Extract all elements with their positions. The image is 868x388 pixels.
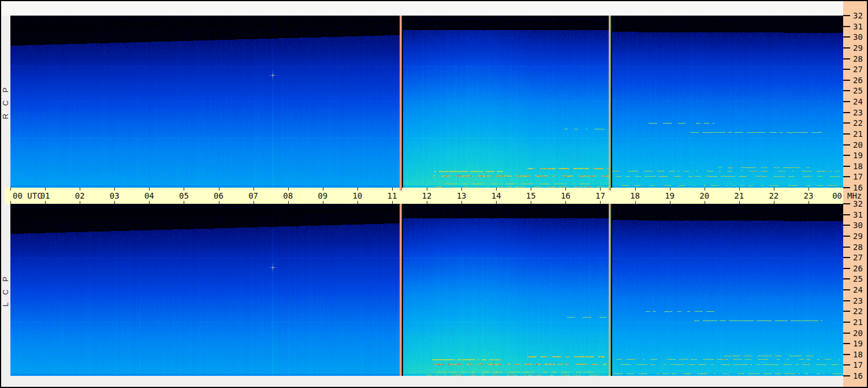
freq-tick	[843, 375, 850, 376]
freq-tick	[843, 166, 850, 167]
freq-tick	[843, 278, 850, 279]
freq-tick	[843, 155, 850, 156]
time-label: 06	[207, 191, 230, 200]
freq-tick	[843, 15, 850, 16]
freq-tick	[843, 112, 850, 113]
freq-tick	[843, 26, 850, 27]
freq-tick	[843, 69, 850, 70]
freq-label: 28	[853, 54, 863, 64]
freq-label: 22	[853, 307, 863, 316]
freq-tick	[843, 80, 850, 81]
time-tick	[461, 188, 462, 191]
time-tick	[254, 188, 254, 191]
time-label: 14	[485, 191, 508, 200]
lcp-label-text: L C P	[2, 273, 10, 306]
freq-label: 26	[853, 76, 863, 85]
freq-tick	[843, 354, 850, 355]
spectrogram-lcp	[10, 204, 843, 376]
freq-label: 20	[853, 329, 863, 338]
freq-label: 30	[853, 221, 863, 230]
time-tick	[531, 188, 531, 191]
freq-label: 21	[853, 129, 863, 139]
time-label: 02	[68, 191, 91, 200]
freq-tick	[843, 187, 850, 188]
freq-tick	[843, 176, 850, 177]
freq-label: 18	[853, 162, 863, 171]
time-label: 17	[588, 191, 612, 200]
time-tick	[323, 188, 323, 191]
freq-tick	[843, 214, 850, 215]
freq-tick	[843, 122, 850, 124]
freq-label: 25	[853, 86, 863, 95]
time-tick	[670, 188, 670, 191]
freq-tick	[843, 101, 850, 102]
time-label: 10	[346, 191, 369, 200]
freq-tick	[843, 203, 850, 204]
time-tick	[184, 188, 184, 191]
freq-label: 22	[853, 118, 863, 128]
freq-label: 27	[853, 65, 863, 74]
freq-label: 29	[853, 43, 863, 53]
time-tick	[80, 188, 80, 191]
freq-label: 26	[853, 264, 863, 273]
time-tick	[427, 188, 427, 191]
freq-tick	[843, 322, 850, 323]
freq-tick	[843, 47, 850, 48]
time-tick	[774, 188, 774, 191]
freq-label: 27	[853, 253, 863, 262]
freq-label: 30	[853, 32, 863, 42]
time-tick	[496, 188, 497, 191]
freq-label: 18	[853, 350, 863, 359]
freq-tick	[843, 58, 850, 59]
freq-label: 29	[853, 232, 863, 241]
freq-tick	[843, 133, 850, 135]
time-tick	[10, 188, 11, 191]
freq-label: 24	[853, 97, 863, 106]
time-label: 12	[415, 191, 438, 200]
time-tick	[809, 188, 809, 191]
freq-label: 31	[853, 22, 863, 31]
freq-tick	[843, 268, 850, 269]
time-label: 19	[658, 191, 681, 200]
freq-label: 19	[853, 151, 863, 160]
freq-label: 17	[853, 360, 863, 370]
freq-tick	[843, 311, 850, 312]
freq-tick	[843, 333, 850, 334]
freq-label: 23	[853, 296, 863, 305]
time-tick	[392, 188, 393, 191]
freq-label: 19	[853, 339, 863, 348]
time-label: 09	[311, 191, 334, 200]
time-label: 23	[797, 191, 820, 200]
time-label: 20	[693, 191, 716, 200]
spectrogram-rcp	[10, 16, 843, 188]
freq-label: 17	[853, 172, 863, 181]
time-tick	[288, 188, 289, 191]
freq-label: 31	[853, 210, 863, 219]
marker-notch-edge	[401, 188, 402, 191]
time-tick	[45, 188, 46, 191]
time-label: 07	[242, 191, 265, 200]
time-label: 00	[825, 191, 842, 200]
time-tick	[739, 188, 740, 191]
freq-tick	[843, 144, 850, 146]
time-label: 13	[450, 191, 473, 200]
title-bar: AJ4CO Observatory 02 Mar 2020 - DPS on T…	[1, 1, 843, 16]
freq-label: 23	[853, 108, 863, 117]
freq-tick	[843, 225, 850, 226]
time-tick	[114, 188, 115, 191]
freq-tick	[843, 90, 850, 91]
freq-label: 32	[853, 11, 863, 20]
time-label: 11	[381, 191, 404, 200]
freq-label: 24	[853, 285, 863, 294]
freq-tick	[843, 36, 850, 38]
freq-label: 16	[853, 371, 863, 380]
freq-tick	[843, 236, 850, 237]
freq-label: 28	[853, 242, 863, 252]
panel-label-rcp: R C P	[1, 58, 10, 145]
time-tick	[149, 188, 150, 191]
panel-label-lcp: L C P	[1, 247, 10, 333]
time-label: 22	[762, 191, 785, 200]
time-label: 08	[277, 191, 300, 200]
freq-tick	[843, 300, 850, 301]
marker-notch-edge	[610, 188, 611, 191]
